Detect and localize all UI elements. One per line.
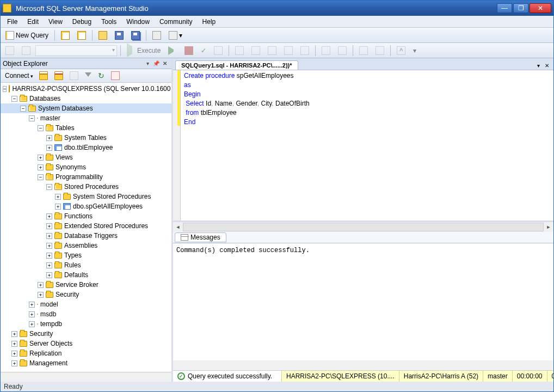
panel-pin-button[interactable]: 📌: [152, 59, 161, 68]
change-connection-button[interactable]: [3, 45, 17, 57]
open-file-button[interactable]: [96, 29, 110, 41]
new-project-list-button[interactable]: [75, 29, 89, 41]
menu-file[interactable]: File: [3, 17, 22, 27]
folder-icon: [20, 341, 27, 347]
editor-tab[interactable]: SQLQuery1.sql - HARRISA2-PC\......2))*: [175, 60, 298, 70]
parse-button[interactable]: ✓: [198, 45, 209, 57]
debug-button[interactable]: [165, 45, 180, 57]
tree-system-databases-node[interactable]: −System Databases: [1, 103, 171, 113]
registered-servers-button[interactable]: ▾: [166, 29, 185, 41]
tab-close-button[interactable]: ✕: [543, 61, 551, 70]
tree-types-node[interactable]: +Types: [1, 250, 171, 260]
new-query-button[interactable]: New Query: [3, 29, 51, 41]
oe-horizontal-scrollbar[interactable]: [1, 372, 171, 382]
panel-close-button[interactable]: ✕: [161, 59, 169, 68]
menu-help[interactable]: Help: [198, 17, 220, 27]
tree-synonyms-node[interactable]: +Synonyms: [1, 162, 171, 172]
menu-edit[interactable]: Edit: [23, 17, 43, 27]
disconnect-button[interactable]: [19, 45, 33, 57]
menu-window[interactable]: Window: [122, 17, 154, 27]
tree-model-node[interactable]: +model: [1, 299, 171, 309]
tree-sys-stored-procs-node[interactable]: +System Stored Procedures: [1, 192, 171, 201]
tree-databases-node[interactable]: −Databases: [1, 94, 171, 103]
stop-button[interactable]: [182, 45, 196, 57]
oe-script-button[interactable]: [108, 70, 122, 82]
indent-button[interactable]: [373, 45, 387, 57]
menu-tools[interactable]: Tools: [97, 17, 121, 27]
save-all-button[interactable]: [128, 29, 143, 41]
window-titlebar: Microsoft SQL Server Management Studio —…: [1, 1, 553, 16]
tree-system-tables-node[interactable]: +System Tables: [1, 133, 171, 143]
editor-horizontal-scrollbar[interactable]: ◄►: [173, 222, 553, 232]
tree-replication-node[interactable]: +Replication: [1, 348, 171, 358]
tree-spgetall-node[interactable]: +dbo.spGetAllEmployees: [1, 201, 171, 211]
display-plan-button[interactable]: [211, 45, 225, 57]
editor-gutter: [173, 70, 181, 220]
tree-msdb-node[interactable]: +msdb: [1, 309, 171, 319]
oe-filter-button[interactable]: [82, 70, 94, 82]
tree-server-node[interactable]: −HARRISA2-PC\SQLEXPRESS (SQL Server 10.0…: [1, 84, 171, 94]
include-plan-button[interactable]: [232, 45, 247, 57]
tree-server-objects-node[interactable]: +Server Objects: [1, 339, 171, 348]
code-editor[interactable]: Create procedure spGetAllEmployees as Be…: [173, 70, 553, 222]
results-file-button[interactable]: [298, 45, 312, 57]
tree-stored-procedures-node[interactable]: −Stored Procedures: [1, 182, 171, 192]
tree-label: Replication: [29, 350, 61, 357]
tree-label: Management: [29, 359, 67, 367]
activity-monitor-button[interactable]: [150, 29, 164, 41]
menu-debug[interactable]: Debug: [68, 17, 96, 27]
tree-label: model: [40, 301, 58, 308]
menu-view[interactable]: View: [44, 17, 67, 27]
tree-management-node[interactable]: +Management: [1, 358, 171, 368]
messages-tab[interactable]: Messages: [175, 232, 226, 242]
tree-service-broker-node[interactable]: +Service Broker: [1, 280, 171, 290]
tree-security-db-node[interactable]: +Security: [1, 290, 171, 299]
tree-functions-node[interactable]: +Functions: [1, 211, 171, 221]
messages-scrollbar[interactable]: [173, 360, 553, 370]
oe-refresh-button[interactable]: ↻: [95, 70, 107, 82]
tree-programmability-node[interactable]: −Programmability: [1, 172, 171, 182]
tree-db-triggers-node[interactable]: +Database Triggers: [1, 231, 171, 241]
oe-stop-button[interactable]: [67, 70, 81, 82]
panel-dropdown-button[interactable]: ▾: [143, 59, 152, 68]
tree-assemblies-node[interactable]: +Assemblies: [1, 241, 171, 250]
tree-defaults-node[interactable]: +Defaults: [1, 270, 171, 280]
save-button[interactable]: [112, 29, 126, 41]
folder-icon: [54, 253, 62, 259]
close-button[interactable]: ✕: [530, 3, 551, 13]
tree-tables-node[interactable]: −Tables: [1, 123, 171, 133]
code-content[interactable]: Create procedure spGetAllEmployees as Be…: [181, 70, 313, 220]
tab-list-button[interactable]: ▾: [534, 61, 543, 70]
standard-toolbar: New Query ▾: [1, 28, 553, 43]
tree-label: HARRISA2-PC\SQLEXPRESS (SQL Server 10.0.…: [12, 85, 170, 93]
oe-disconnect-button[interactable]: [52, 70, 66, 82]
outdent-button[interactable]: [356, 45, 371, 57]
tree-security-node[interactable]: +Security: [1, 329, 171, 339]
oe-connect-icon-button[interactable]: [36, 70, 51, 82]
messages-body[interactable]: Command(s) completed successfully.: [173, 243, 553, 360]
tree-rules-node[interactable]: +Rules: [1, 260, 171, 270]
connect-button[interactable]: Connect: [3, 71, 35, 81]
tree-views-node[interactable]: +Views: [1, 152, 171, 162]
new-project-button[interactable]: [58, 29, 72, 41]
folder-icon: [54, 213, 62, 219]
tree-master-node[interactable]: −master: [1, 113, 171, 123]
menu-community[interactable]: Community: [155, 17, 197, 27]
maximize-button[interactable]: ❐: [513, 3, 528, 13]
results-grid-button[interactable]: [281, 45, 296, 57]
tree-ext-procs-node[interactable]: +Extended Stored Procedures: [1, 221, 171, 231]
tree-tempdb-node[interactable]: +tempdb: [1, 319, 171, 329]
minimize-button[interactable]: —: [497, 3, 512, 13]
client-stats-button[interactable]: [249, 45, 263, 57]
results-text-button[interactable]: [265, 45, 279, 57]
specify-template-button[interactable]: A: [394, 45, 408, 57]
tree-label: Service Broker: [56, 281, 99, 289]
proc-icon: [63, 203, 71, 210]
object-explorer-tree[interactable]: −HARRISA2-PC\SQLEXPRESS (SQL Server 10.0…: [1, 83, 171, 372]
tree-tblemployee-node[interactable]: +dbo.tblEmployee: [1, 143, 171, 152]
database-selector[interactable]: [35, 45, 117, 56]
execute-button[interactable]: Execute: [124, 45, 163, 57]
uncomment-button[interactable]: [335, 45, 349, 57]
toolbar-options-button[interactable]: ▾: [410, 45, 419, 57]
comment-button[interactable]: [319, 45, 333, 57]
